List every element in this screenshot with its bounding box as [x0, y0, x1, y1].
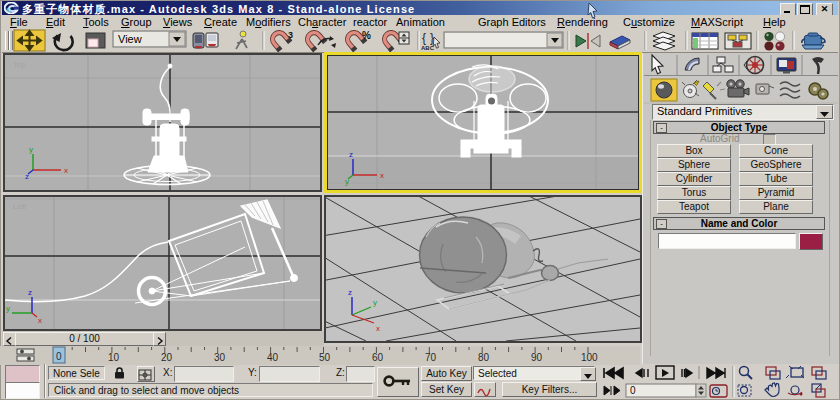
svg-text:y: y [6, 304, 10, 313]
svg-text:0: 0 [56, 351, 62, 362]
svg-text:40: 40 [267, 352, 279, 363]
svg-text:100: 100 [581, 352, 598, 363]
svg-text:y: y [345, 177, 349, 186]
svg-text:x: x [380, 171, 384, 180]
svg-text:20: 20 [161, 352, 173, 363]
svg-text:ABC: ABC [421, 45, 435, 51]
svg-text:50: 50 [319, 352, 331, 363]
svg-text:y: y [29, 145, 33, 154]
svg-text:z: z [348, 288, 352, 297]
svg-text:70: 70 [425, 352, 437, 363]
svg-text:View: View [118, 33, 142, 45]
svg-text:x: x [64, 166, 68, 175]
svg-text:10: 10 [108, 352, 120, 363]
svg-text:z: z [349, 150, 353, 159]
svg-text:Left: Left [13, 202, 27, 211]
svg-text:80: 80 [478, 352, 490, 363]
svg-text:0: 0 [630, 385, 636, 396]
svg-text:30: 30 [214, 352, 226, 363]
svg-text:{: { [422, 31, 426, 45]
svg-text:x: x [376, 324, 380, 333]
svg-text:90: 90 [531, 352, 543, 363]
svg-text:60: 60 [372, 352, 384, 363]
svg-text:z: z [28, 288, 32, 297]
svg-text:x: x [38, 316, 42, 325]
svg-text:Top: Top [13, 60, 26, 69]
svg-text:3: 3 [288, 30, 293, 40]
svg-text:%: % [362, 30, 371, 41]
svg-text:z: z [25, 172, 29, 181]
svg-text:y: y [373, 298, 377, 307]
